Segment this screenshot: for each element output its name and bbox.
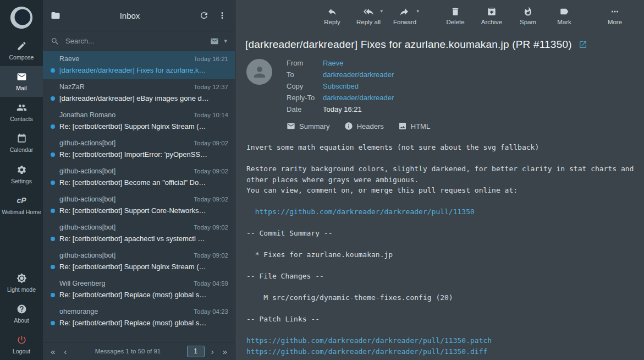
open-in-new-button[interactable] bbox=[579, 40, 587, 49]
delete-button[interactable]: Delete bbox=[441, 7, 470, 25]
header-field-value-link[interactable]: darkreader/darkreader bbox=[323, 70, 394, 79]
view-buttons: SummaryHeadersHTML bbox=[235, 113, 644, 130]
list-item[interactable]: Will GreenbergToday 04:59Re: [certbot/ce… bbox=[43, 276, 235, 304]
sidebar-item-label: Mail bbox=[16, 85, 26, 92]
dots-horizontal-icon bbox=[610, 7, 620, 17]
message-row-subject: [darkreader/darkreader] Fixes for azurla… bbox=[43, 64, 235, 75]
archive-button[interactable]: Archive bbox=[477, 7, 506, 25]
tag-icon bbox=[559, 7, 569, 17]
message-date: Today 09:02 bbox=[194, 168, 228, 174]
header-field-value-link[interactable]: Subscribed bbox=[323, 82, 394, 90]
search-icon bbox=[51, 37, 59, 46]
chevron-down-icon[interactable]: ▾ bbox=[224, 37, 227, 45]
sidebar-nav-top: ComposeMailContactsCalendarSettingscPWeb… bbox=[0, 35, 43, 221]
list-item[interactable]: NazZaRToday 12:37[darkreader/darkreader]… bbox=[43, 79, 235, 107]
toolbar-action-label: Archive bbox=[481, 19, 502, 25]
message-row-top: github-actions[bot]Today 09:02 bbox=[43, 194, 235, 205]
message-row-top: Will GreenbergToday 04:59 bbox=[43, 279, 235, 289]
reply-all-button[interactable]: ▾Reply all bbox=[354, 7, 383, 25]
summary-view-button[interactable]: Summary bbox=[287, 122, 330, 130]
search-icon bbox=[51, 37, 59, 46]
app-logo[interactable] bbox=[0, 0, 43, 35]
sidebar-item-label: Calendar bbox=[10, 146, 34, 154]
image-icon bbox=[398, 122, 407, 130]
refresh-button[interactable] bbox=[199, 10, 209, 20]
dropdown-icon[interactable]: ▾ bbox=[380, 8, 383, 14]
list-item[interactable]: ohemorangeToday 04:23Re: [certbot/certbo… bbox=[43, 304, 235, 332]
body-link[interactable]: https://github.com/darkreader/darkreader… bbox=[246, 336, 492, 345]
message-date: Today 10:14 bbox=[194, 112, 228, 118]
message-row-top: NazZaRToday 12:37 bbox=[43, 82, 235, 92]
sidebar-item-about[interactable]: About bbox=[0, 298, 43, 329]
spam-button[interactable]: Spam bbox=[514, 7, 542, 25]
next-page-button[interactable]: › bbox=[209, 347, 216, 356]
forward-button[interactable]: ▾Forward bbox=[390, 7, 419, 25]
message-row-subject: Re: [certbot/certbot] Support Nginx Stre… bbox=[43, 261, 235, 272]
message-subject: [darkreader/darkreader] Fixes for azurla… bbox=[59, 66, 206, 74]
list-item[interactable]: github-actions[bot]Today 09:02Re: [certb… bbox=[43, 135, 235, 163]
sidebar-item-mail[interactable]: Mail bbox=[0, 66, 43, 97]
list-more-button[interactable] bbox=[217, 10, 227, 20]
sidebar-item-label: Settings bbox=[11, 178, 32, 185]
html-view-button[interactable]: HTML bbox=[398, 122, 430, 130]
list-item[interactable]: github-actions[bot]Today 09:02Re: [certb… bbox=[43, 220, 235, 248]
envelope-icon bbox=[16, 72, 27, 82]
flame-icon bbox=[523, 7, 533, 17]
list-item[interactable]: Jonathan RomanoToday 10:14Re: [certbot/c… bbox=[43, 107, 235, 135]
last-page-button[interactable]: » bbox=[221, 347, 229, 356]
header-field-label: To bbox=[287, 70, 323, 79]
search-scope-button[interactable] bbox=[210, 37, 219, 46]
envelope-icon bbox=[210, 37, 219, 46]
message-row-top: ohemorangeToday 04:23 bbox=[43, 307, 235, 317]
sidebar-item-logout[interactable]: Logout bbox=[0, 329, 43, 360]
message-date: Today 16:21 bbox=[194, 56, 228, 62]
pagination-status: Messages 1 to 50 of 91 bbox=[73, 348, 182, 354]
unread-dot bbox=[51, 265, 55, 269]
message-subject: Re: [certbot/certbot] Support Nginx Stre… bbox=[59, 263, 206, 271]
toolbar-action-label: Mark bbox=[557, 19, 571, 25]
dropdown-icon[interactable]: ▾ bbox=[416, 8, 419, 14]
mark-button[interactable]: Mark bbox=[550, 7, 579, 25]
list-item[interactable]: github-actions[bot]Today 09:02Re: [certb… bbox=[43, 163, 235, 192]
message-sender: github-actions[bot] bbox=[59, 252, 115, 259]
header-field-value-link[interactable]: Raeve bbox=[323, 59, 394, 67]
unread-dot bbox=[51, 152, 55, 157]
header-field-label: Date bbox=[287, 105, 323, 113]
reply-button[interactable]: Reply bbox=[318, 7, 346, 25]
body-link[interactable]: https://github.com/darkreader/darkreader… bbox=[255, 208, 475, 216]
webmail-app: ComposeMailContactsCalendarSettingscPWeb… bbox=[0, 0, 644, 360]
sidebar-item-compose[interactable]: Compose bbox=[0, 35, 43, 66]
sidebar-item-label: About bbox=[14, 317, 29, 324]
sidebar-item-calendar[interactable]: Calendar bbox=[0, 128, 43, 159]
toolbar-action-label: Delete bbox=[446, 19, 464, 25]
header-fields: FromRaeveTodarkreader/darkreaderCopySubs… bbox=[287, 59, 394, 113]
message-date: Today 09:02 bbox=[194, 224, 228, 231]
message-list-pane: Inbox ▾ RaeveToday 16:21[darkreader/dark… bbox=[43, 0, 235, 360]
search-input[interactable] bbox=[64, 36, 205, 46]
prev-page-button[interactable]: ‹ bbox=[62, 347, 69, 356]
list-item[interactable]: github-actions[bot]Today 09:02Re: [certb… bbox=[43, 192, 235, 220]
body-link[interactable]: https://github.com/darkreader/darkreader… bbox=[246, 347, 487, 356]
unread-dot bbox=[51, 124, 55, 129]
message-header: FromRaeveTodarkreader/darkreaderCopySubs… bbox=[235, 58, 644, 113]
sidebar-item-contacts[interactable]: Contacts bbox=[0, 97, 43, 128]
message-date: Today 09:02 bbox=[194, 196, 228, 203]
message-date: Today 09:02 bbox=[194, 252, 228, 259]
sidebar-item-webmail-home[interactable]: cPWebmail Home bbox=[0, 190, 43, 221]
cpanel-icon: cP bbox=[16, 195, 27, 206]
headers-view-button[interactable]: Headers bbox=[344, 122, 384, 130]
message-row-subject: Re: [certbot/certbot] Replace (most) glo… bbox=[43, 317, 235, 328]
header-field-value-link[interactable]: darkreader/darkreader bbox=[323, 94, 394, 102]
power-icon bbox=[16, 335, 27, 345]
list-item[interactable]: RaeveToday 16:21[darkreader/darkreader] … bbox=[43, 51, 235, 79]
message-sender: NazZaR bbox=[59, 83, 85, 91]
list-item[interactable]: github-actions[bot]Today 09:02Re: [certb… bbox=[43, 248, 235, 276]
page-number-input[interactable] bbox=[187, 346, 205, 357]
first-page-button[interactable]: « bbox=[48, 347, 57, 356]
more-button[interactable]: More bbox=[601, 7, 629, 25]
folder-select-button[interactable] bbox=[51, 10, 60, 20]
sidebar-item-light-mode[interactable]: Light mode bbox=[0, 268, 43, 298]
sidebar-item-settings[interactable]: Settings bbox=[0, 159, 43, 190]
sidebar-item-label: Light mode bbox=[7, 286, 36, 293]
message-date: Today 09:02 bbox=[194, 140, 228, 146]
